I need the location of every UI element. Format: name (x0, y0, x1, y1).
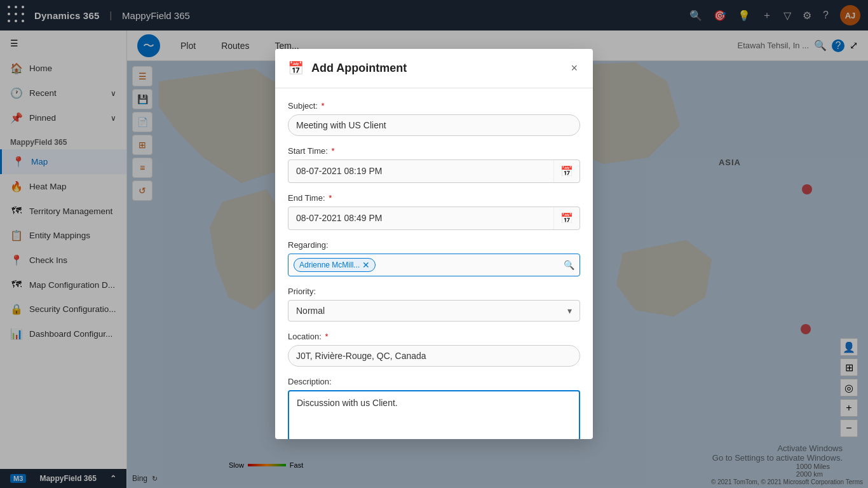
priority-chevron-icon: ▾ (567, 306, 572, 316)
subject-group: Subject: * (288, 101, 580, 136)
add-appointment-modal: 📅 Add Appointment × Subject: * Start Tim… (275, 49, 593, 439)
end-time-row: 08-07-2021 08:49 PM 📅 (288, 207, 580, 230)
modal-title: Add Appointment (311, 62, 560, 75)
regarding-group: Regarding: Adrienne McMill... ✕ 🔍 (288, 240, 580, 276)
modal-body: Subject: * Start Time: * 08-07-2021 08:1… (275, 88, 593, 439)
start-time-label: Start Time: * (288, 146, 580, 156)
end-time-label: End Time: * (288, 193, 580, 203)
regarding-tag: Adrienne McMill... ✕ (294, 258, 376, 272)
location-label: Location: * (288, 332, 580, 341)
location-required: * (325, 332, 328, 341)
tag-remove-icon[interactable]: ✕ (362, 260, 370, 270)
start-time-row: 08-07-2021 08:19 PM 📅 (288, 159, 580, 183)
subject-required: * (322, 101, 325, 111)
description-group: Description: Discussion with us Client. (288, 377, 580, 439)
end-calendar-icon[interactable]: 📅 (553, 207, 580, 229)
start-time-group: Start Time: * 08-07-2021 08:19 PM 📅 (288, 146, 580, 183)
start-time-value: 08-07-2021 08:19 PM (288, 161, 553, 181)
modal-header: 📅 Add Appointment × (275, 49, 593, 88)
priority-group: Priority: Normal ▾ (288, 287, 580, 322)
location-input[interactable] (288, 345, 580, 367)
start-calendar-icon[interactable]: 📅 (553, 160, 580, 182)
regarding-search-icon[interactable]: 🔍 (564, 260, 574, 270)
endtime-required: * (329, 193, 332, 203)
modal-overlay: 📅 Add Appointment × Subject: * Start Tim… (0, 0, 868, 488)
description-label: Description: (288, 377, 580, 386)
priority-label: Priority: (288, 287, 580, 296)
end-time-group: End Time: * 08-07-2021 08:49 PM 📅 (288, 193, 580, 230)
regarding-row[interactable]: Adrienne McMill... ✕ 🔍 (288, 254, 580, 276)
end-time-value: 08-07-2021 08:49 PM (288, 208, 553, 228)
subject-label: Subject: * (288, 101, 580, 111)
regarding-label: Regarding: (288, 240, 580, 250)
modal-close-button[interactable]: × (568, 59, 580, 78)
priority-dropdown[interactable]: Normal ▾ (288, 300, 580, 322)
location-group: Location: * (288, 332, 580, 367)
tag-label: Adrienne McMill... (299, 261, 360, 269)
starttime-required: * (331, 146, 334, 156)
subject-input[interactable] (288, 114, 580, 136)
priority-value: Normal (296, 306, 325, 316)
description-textarea[interactable]: Discussion with us Client. (288, 390, 580, 439)
calendar-icon: 📅 (288, 60, 304, 76)
